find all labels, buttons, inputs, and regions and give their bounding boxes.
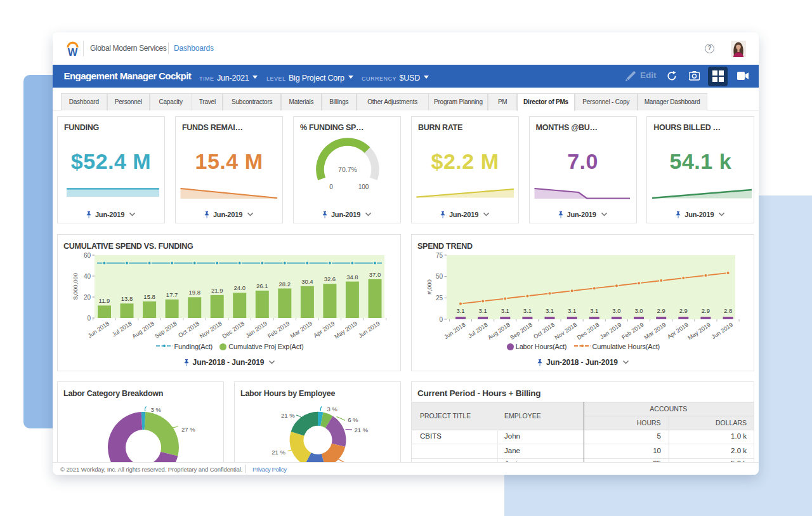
svg-text:Apr 2019: Apr 2019 bbox=[313, 321, 336, 339]
svg-text:Jun 2018: Jun 2018 bbox=[443, 322, 466, 341]
svg-text:Jun 2018: Jun 2018 bbox=[87, 321, 110, 340]
svg-text:32.6: 32.6 bbox=[324, 275, 336, 282]
svg-text:0: 0 bbox=[329, 183, 333, 190]
svg-text:40: 40 bbox=[84, 273, 91, 280]
svg-text:2.9: 2.9 bbox=[657, 307, 665, 314]
svg-text:3.0: 3.0 bbox=[634, 307, 643, 314]
svg-text:19.8: 19.8 bbox=[188, 289, 200, 296]
svg-text:Sep 2018: Sep 2018 bbox=[509, 322, 534, 341]
svg-text:37.0: 37.0 bbox=[369, 271, 381, 278]
svg-text:Sep 2018: Sep 2018 bbox=[154, 321, 178, 340]
svg-text:Oct 2018: Oct 2018 bbox=[177, 321, 200, 339]
svg-text:Jul 2018: Jul 2018 bbox=[467, 322, 489, 340]
svg-text:24.0: 24.0 bbox=[233, 284, 246, 291]
svg-text:25: 25 bbox=[436, 294, 443, 301]
svg-text:15.8: 15.8 bbox=[143, 293, 155, 300]
svg-text:Dec 2018: Dec 2018 bbox=[221, 321, 246, 340]
svg-text:0: 0 bbox=[439, 316, 443, 323]
svg-text:Mar 2019: Mar 2019 bbox=[643, 322, 667, 341]
svg-text:100: 100 bbox=[358, 183, 369, 190]
svg-text:20: 20 bbox=[84, 294, 91, 301]
svg-text:W: W bbox=[68, 46, 78, 57]
svg-text:28.2: 28.2 bbox=[279, 281, 291, 288]
svg-text:Jan 2019: Jan 2019 bbox=[245, 321, 268, 340]
svg-text:27 %: 27 % bbox=[181, 426, 195, 433]
svg-text:3.1: 3.1 bbox=[478, 307, 487, 314]
svg-text:3.1: 3.1 bbox=[568, 307, 576, 314]
svg-text:70.7%: 70.7% bbox=[338, 166, 357, 173]
svg-text:3.1: 3.1 bbox=[501, 307, 509, 314]
svg-text:Jan 2019: Jan 2019 bbox=[599, 322, 622, 341]
svg-text:Jun 2019: Jun 2019 bbox=[710, 322, 734, 341]
svg-text:75: 75 bbox=[436, 252, 443, 259]
svg-text:Feb 2019: Feb 2019 bbox=[620, 322, 645, 341]
svg-text:May 2019: May 2019 bbox=[687, 322, 712, 341]
svg-text:Jul 2018: Jul 2018 bbox=[111, 321, 133, 338]
svg-text:2.8: 2.8 bbox=[724, 307, 732, 314]
svg-text:60: 60 bbox=[84, 252, 91, 259]
svg-text:3.0: 3.0 bbox=[612, 307, 620, 314]
svg-text:Aug 2018: Aug 2018 bbox=[487, 322, 511, 341]
svg-text:Nov 2018: Nov 2018 bbox=[199, 321, 223, 340]
svg-text:#,000: #,000 bbox=[426, 279, 433, 294]
svg-text:$,000,000: $,000,000 bbox=[72, 273, 79, 300]
svg-text:26.1: 26.1 bbox=[256, 282, 268, 289]
svg-text:Oct 2018: Oct 2018 bbox=[532, 322, 556, 340]
svg-text:21 %: 21 % bbox=[272, 449, 285, 456]
svg-text:2.9: 2.9 bbox=[702, 307, 710, 314]
svg-text:Dec 2018: Dec 2018 bbox=[576, 322, 601, 341]
svg-text:21.9: 21.9 bbox=[211, 287, 223, 294]
svg-text:3 %: 3 % bbox=[327, 406, 337, 413]
svg-text:Apr 2019: Apr 2019 bbox=[666, 322, 690, 340]
svg-text:11.9: 11.9 bbox=[99, 297, 110, 304]
svg-text:3.1: 3.1 bbox=[523, 307, 532, 314]
svg-text:Nov 2018: Nov 2018 bbox=[554, 322, 579, 341]
svg-text:0: 0 bbox=[87, 315, 91, 322]
svg-text:3.1: 3.1 bbox=[590, 307, 598, 314]
svg-text:Aug 2018: Aug 2018 bbox=[131, 321, 156, 340]
svg-text:3.1: 3.1 bbox=[456, 307, 464, 314]
svg-text:3 %: 3 % bbox=[151, 406, 162, 413]
svg-text:17.7: 17.7 bbox=[166, 291, 178, 298]
svg-text:13.8: 13.8 bbox=[121, 295, 133, 302]
svg-text:6 %: 6 % bbox=[348, 416, 358, 423]
svg-text:21 %: 21 % bbox=[281, 412, 295, 419]
svg-text:34.8: 34.8 bbox=[346, 274, 358, 281]
svg-text:May 2019: May 2019 bbox=[334, 321, 358, 340]
svg-text:2.9: 2.9 bbox=[679, 307, 688, 314]
svg-text:Feb 2019: Feb 2019 bbox=[266, 321, 291, 340]
svg-text:50: 50 bbox=[436, 273, 443, 280]
svg-text:Jun 2019: Jun 2019 bbox=[357, 321, 381, 340]
svg-text:3.1: 3.1 bbox=[546, 307, 554, 314]
svg-text:Mar 2019: Mar 2019 bbox=[289, 321, 313, 340]
svg-text:30.4: 30.4 bbox=[301, 278, 313, 285]
svg-text:21 %: 21 % bbox=[355, 427, 369, 433]
